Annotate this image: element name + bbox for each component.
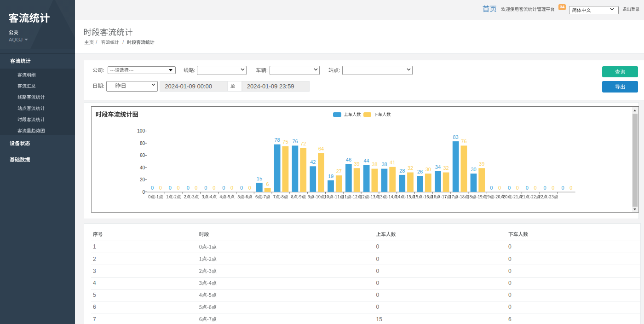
svg-text:64: 64	[318, 146, 323, 151]
svg-text:0: 0	[177, 185, 179, 191]
svg-text:30: 30	[425, 167, 431, 172]
svg-text:78: 78	[274, 137, 280, 143]
svg-text:41: 41	[390, 160, 395, 165]
svg-text:0: 0	[151, 185, 154, 191]
svg-text:0: 0	[204, 185, 207, 191]
svg-text:28: 28	[399, 168, 405, 174]
svg-text:83: 83	[453, 134, 458, 140]
svg-text:0: 0	[159, 185, 161, 191]
svg-text:0: 0	[561, 185, 564, 191]
svg-text:100: 100	[137, 128, 145, 133]
svg-text:32: 32	[443, 165, 448, 171]
svg-text:60: 60	[139, 153, 145, 158]
svg-text:76: 76	[292, 139, 298, 144]
svg-text:46: 46	[345, 157, 351, 162]
svg-text:20: 20	[139, 177, 145, 182]
svg-text:0: 0	[195, 185, 197, 191]
svg-text:39: 39	[354, 161, 359, 167]
svg-text:39: 39	[479, 161, 484, 167]
svg-text:0: 0	[230, 185, 233, 191]
svg-text:30: 30	[471, 167, 476, 172]
svg-text:72: 72	[300, 141, 306, 146]
svg-text:0: 0	[142, 190, 145, 195]
svg-text:0: 0	[543, 185, 546, 191]
svg-text:0: 0	[168, 185, 171, 191]
svg-text:27: 27	[336, 168, 341, 174]
svg-text:0: 0	[240, 185, 243, 191]
svg-text:0: 0	[498, 185, 500, 191]
svg-text:0: 0	[213, 185, 215, 191]
svg-text:6: 6	[266, 181, 269, 187]
svg-text:0: 0	[534, 185, 536, 191]
svg-text:44: 44	[363, 158, 369, 163]
svg-text:34: 34	[435, 164, 440, 170]
svg-text:40: 40	[139, 165, 145, 170]
svg-text:42: 42	[310, 159, 316, 165]
svg-text:38: 38	[381, 162, 387, 167]
svg-text:38: 38	[372, 162, 377, 167]
svg-text:26: 26	[417, 169, 422, 174]
svg-text:0: 0	[507, 185, 510, 191]
svg-text:19: 19	[328, 174, 333, 179]
svg-text:0: 0	[552, 185, 554, 191]
svg-text:0: 0	[525, 185, 528, 191]
svg-text:32: 32	[407, 165, 413, 171]
svg-text:76: 76	[461, 139, 466, 144]
svg-text:0: 0	[248, 185, 251, 191]
svg-text:0: 0	[516, 185, 518, 191]
svg-text:0: 0	[490, 185, 493, 191]
svg-text:75: 75	[282, 139, 288, 145]
svg-text:0: 0	[569, 185, 572, 191]
svg-text:0: 0	[186, 185, 189, 191]
svg-text:0: 0	[222, 185, 225, 191]
svg-text:80: 80	[139, 141, 145, 146]
svg-text:15: 15	[256, 176, 262, 181]
